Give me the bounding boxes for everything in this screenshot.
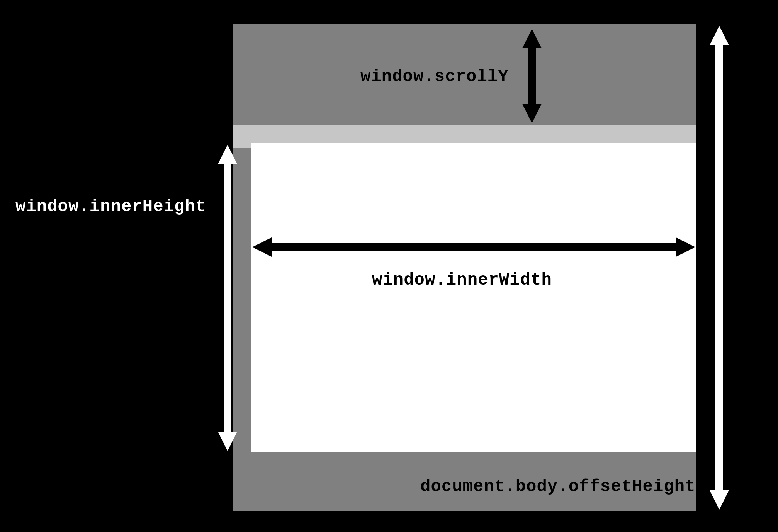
svg-rect-10: [715, 44, 723, 491]
svg-marker-5: [522, 104, 542, 123]
arrow-offset-height: [707, 26, 732, 510]
arrow-inner-height: [215, 145, 240, 451]
svg-rect-7: [271, 243, 677, 251]
label-inner-width: window.innerWidth: [372, 270, 552, 290]
svg-marker-8: [676, 237, 695, 257]
arrow-scroll-y: [520, 29, 544, 123]
svg-marker-3: [522, 29, 542, 48]
arrow-inner-width: [252, 235, 695, 259]
label-scroll-y: window.scrollY: [360, 67, 509, 86]
svg-marker-2: [218, 432, 237, 451]
label-offset-height: document.body.offsetHeight: [420, 477, 696, 496]
label-inner-height: window.innerHeight: [15, 197, 206, 216]
svg-marker-0: [218, 145, 237, 164]
svg-rect-1: [224, 163, 231, 432]
viewport-box: [251, 143, 696, 452]
svg-marker-11: [710, 490, 729, 510]
svg-marker-9: [710, 26, 729, 45]
svg-rect-4: [528, 47, 536, 105]
svg-marker-6: [252, 237, 272, 257]
